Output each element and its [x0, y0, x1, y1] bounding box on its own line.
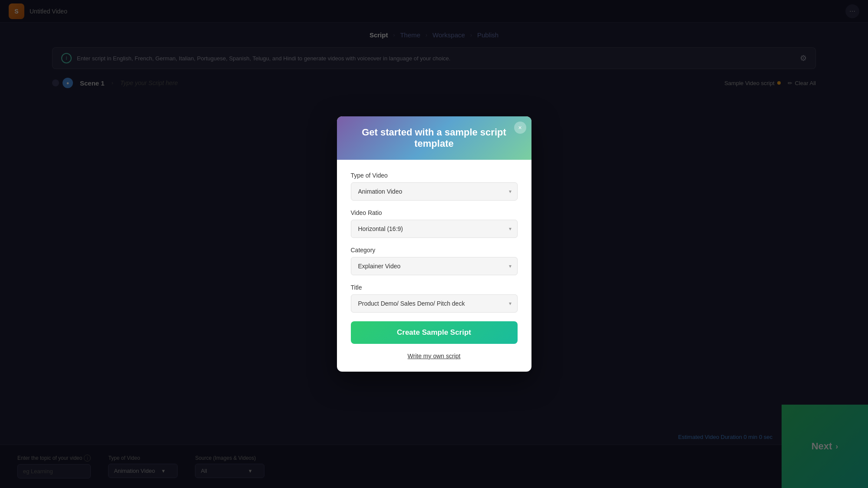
type-of-video-label: Type of Video — [351, 172, 518, 179]
app-background: S Untitled Video ⋯ Script › Theme › Work… — [0, 0, 868, 488]
category-label: Category — [351, 247, 518, 254]
title-select[interactable]: Product Demo/ Sales Demo/ Pitch deck Tut… — [351, 294, 518, 313]
video-ratio-select[interactable]: Horizontal (16:9) Vertical (9:16) Square… — [351, 220, 518, 238]
type-of-video-field: Type of Video Animation Video Presentati… — [351, 172, 518, 201]
title-field: Title Product Demo/ Sales Demo/ Pitch de… — [351, 284, 518, 313]
video-ratio-field: Video Ratio Horizontal (16:9) Vertical (… — [351, 209, 518, 238]
category-select-wrapper: Explainer Video Marketing Video Educatio… — [351, 257, 518, 275]
category-field: Category Explainer Video Marketing Video… — [351, 247, 518, 275]
modal-body: Type of Video Animation Video Presentati… — [337, 160, 531, 372]
write-own-script-link[interactable]: Write my own script — [351, 353, 518, 359]
title-select-wrapper: Product Demo/ Sales Demo/ Pitch deck Tut… — [351, 294, 518, 313]
modal-title: Get started with a sample script templat… — [362, 127, 506, 149]
video-ratio-label: Video Ratio — [351, 209, 518, 216]
sample-script-modal: Get started with a sample script templat… — [337, 116, 531, 372]
create-sample-script-button[interactable]: Create Sample Script — [351, 321, 518, 344]
category-select[interactable]: Explainer Video Marketing Video Educatio… — [351, 257, 518, 275]
modal-header: Get started with a sample script templat… — [337, 116, 531, 160]
modal-close-button[interactable]: × — [514, 122, 526, 134]
title-label: Title — [351, 284, 518, 291]
type-of-video-select-wrapper: Animation Video Presentation Video Live … — [351, 182, 518, 201]
modal-overlay[interactable]: Get started with a sample script templat… — [0, 0, 868, 488]
video-ratio-select-wrapper: Horizontal (16:9) Vertical (9:16) Square… — [351, 220, 518, 238]
type-of-video-select[interactable]: Animation Video Presentation Video Live … — [351, 182, 518, 201]
